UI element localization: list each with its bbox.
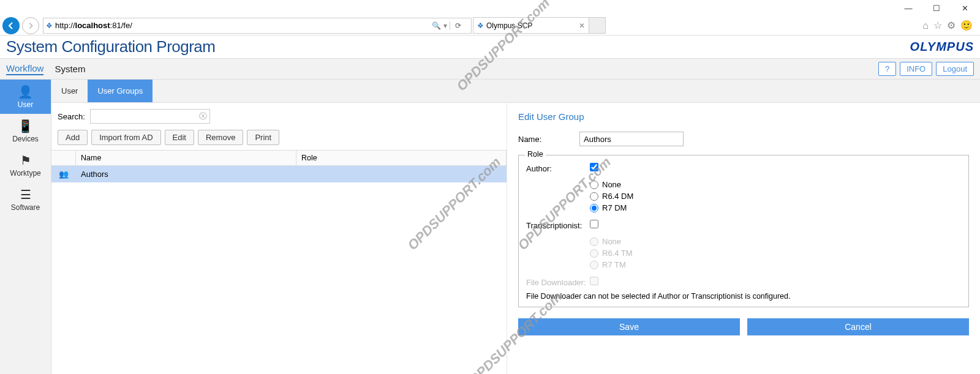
col-role[interactable]: Role (296, 151, 507, 165)
info-button[interactable]: INFO (900, 62, 932, 76)
layers-icon: ☰ (20, 187, 31, 202)
subtab-user-groups[interactable]: User Groups (88, 80, 153, 102)
edit-title: Edit User Group (518, 111, 969, 122)
user-group-grid: Name Role 👥 Authors (51, 150, 507, 182)
dropdown-icon[interactable]: ▾ (443, 21, 447, 30)
content: User User Groups Search: ⓧ Add Import fr… (51, 80, 980, 374)
sidebar-label: User (18, 100, 33, 109)
arrow-right-icon (26, 21, 35, 30)
browser-tab[interactable]: ❖ Olympus SCP ✕ (473, 17, 589, 34)
subtab-user[interactable]: User (51, 80, 88, 102)
brand-logo: OLYMPUS (910, 40, 974, 54)
device-icon: 📱 (18, 119, 33, 133)
top-nav: Workflow System ? INFO Logout (0, 59, 980, 80)
forward-button[interactable] (22, 17, 39, 34)
trans-label: Transcriptionist: (526, 220, 590, 230)
logout-button[interactable]: Logout (936, 62, 974, 76)
minimize-button[interactable]: — (894, 0, 922, 16)
trans-opt-r64 (590, 249, 598, 258)
author-label: Author: (526, 163, 590, 173)
nav-system[interactable]: System (55, 64, 85, 74)
browser-address-bar: ❖ http://localhost:81/fe/ 🔍 ▾ ⟳ ❖ Olympu… (0, 16, 980, 36)
url-suffix: :81/fe/ (110, 21, 132, 30)
help-button[interactable]: ? (878, 62, 896, 76)
col-name[interactable]: Name (76, 151, 296, 165)
author-checkbox[interactable] (590, 163, 598, 171)
col-icon[interactable] (51, 151, 76, 165)
settings-icon[interactable]: ⚙ (947, 20, 956, 31)
grid-row[interactable]: 👥 Authors (51, 166, 507, 182)
app-header: System Configuration Program OLYMPUS (0, 36, 980, 59)
emoji-icon[interactable]: 🙂 (960, 20, 973, 31)
fd-label: File Downloader: (526, 277, 590, 287)
close-button[interactable]: ✕ (951, 0, 979, 16)
back-button[interactable] (2, 17, 20, 34)
search-input[interactable] (93, 112, 199, 121)
list-pane: Search: ⓧ Add Import from AD Edit Remove… (51, 103, 507, 374)
author-opt-none[interactable] (590, 181, 598, 189)
import-ad-button[interactable]: Import from AD (91, 130, 160, 145)
sidebar-label: Worktype (10, 169, 40, 178)
search-icon[interactable]: 🔍 (432, 21, 441, 30)
name-input[interactable] (579, 132, 684, 146)
maximize-button[interactable]: ☐ (922, 0, 951, 16)
url-field[interactable]: ❖ http://localhost:81/fe/ 🔍 ▾ ⟳ (43, 18, 472, 34)
edit-pane: Edit User Group Name: Role Author: None … (507, 103, 980, 374)
favorites-icon[interactable]: ☆ (933, 20, 942, 31)
close-tab-icon[interactable]: ✕ (579, 21, 585, 30)
search-label: Search: (58, 112, 85, 121)
trans-opt-none (590, 237, 598, 246)
sidebar-item-worktype[interactable]: ⚑ Worktype (0, 148, 51, 182)
site-icon: ❖ (477, 21, 484, 30)
trans-checkbox[interactable] (590, 220, 598, 228)
workarea: Search: ⓧ Add Import from AD Edit Remove… (51, 103, 980, 374)
nav-workflow[interactable]: Workflow (6, 63, 43, 75)
sidebar-item-software[interactable]: ☰ Software (0, 182, 51, 217)
role-fieldset: Role Author: None R6.4 DM R7 DM Transcri… (518, 155, 969, 307)
refresh-icon[interactable]: ⟳ (455, 21, 461, 30)
print-button[interactable]: Print (247, 130, 279, 145)
cancel-button[interactable]: Cancel (747, 318, 969, 335)
add-button[interactable]: Add (58, 130, 88, 145)
arrow-left-icon (6, 21, 16, 31)
sidebar-item-devices[interactable]: 📱 Devices (0, 114, 51, 148)
sidebar-label: Software (11, 203, 40, 212)
user-icon: 👤 (18, 84, 33, 99)
author-opt-r7[interactable] (590, 204, 598, 212)
subtabs: User User Groups (51, 80, 980, 103)
remove-button[interactable]: Remove (198, 130, 243, 145)
app-title: System Configuration Program (6, 37, 215, 56)
row-name: Authors (76, 166, 296, 182)
url-prefix: http:// (55, 21, 75, 30)
row-role (296, 171, 507, 178)
fd-warning: File Downloader can not be selected if A… (526, 292, 961, 301)
group-icon: 👥 (51, 166, 76, 182)
search-box[interactable]: ⓧ (90, 109, 210, 124)
tab-title: Olympus SCP (486, 21, 532, 30)
home-icon[interactable]: ⌂ (922, 20, 929, 31)
name-label: Name: (518, 135, 579, 144)
window-titlebar: — ☐ ✕ (0, 0, 980, 16)
clear-search-icon[interactable]: ⓧ (199, 111, 207, 122)
grid-header: Name Role (51, 151, 507, 166)
fd-checkbox (590, 277, 598, 285)
sidebar: 👤 User 📱 Devices ⚑ Worktype ☰ Software (0, 80, 51, 374)
sidebar-label: Devices (12, 135, 39, 143)
sidebar-item-user[interactable]: 👤 User (0, 80, 51, 114)
share-icon: ⚑ (20, 153, 31, 168)
main-area: 👤 User 📱 Devices ⚑ Worktype ☰ Software U… (0, 80, 980, 374)
trans-opt-r7 (590, 261, 598, 269)
save-button[interactable]: Save (518, 318, 740, 335)
new-tab-button[interactable] (589, 17, 606, 34)
site-icon: ❖ (46, 21, 53, 30)
role-legend: Role (525, 150, 546, 159)
url-host: localhost (75, 21, 110, 30)
author-opt-r64[interactable] (590, 192, 598, 201)
edit-button[interactable]: Edit (165, 130, 194, 145)
